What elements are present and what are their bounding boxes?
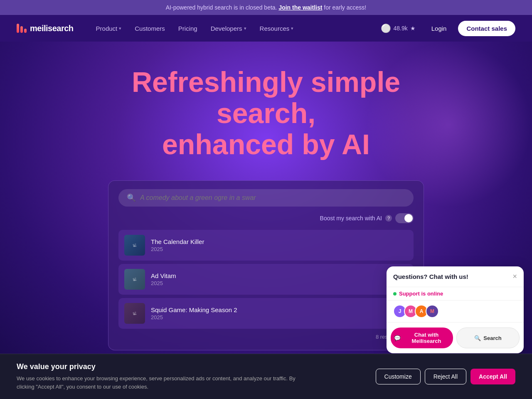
ai-toggle-row: Boost my search with AI ?: [118, 213, 414, 223]
thumb-placeholder-1: 📽: [133, 243, 137, 248]
logo[interactable]: meilisearch: [17, 24, 74, 33]
result-title-2: Ad Vitam: [151, 272, 408, 279]
accept-all-button[interactable]: Accept All: [470, 369, 515, 384]
logo-text: meilisearch: [30, 24, 74, 33]
search-icon: 🔍: [127, 193, 136, 202]
search-result-3[interactable]: 📽 Squid Game: Making Season 2 2025: [118, 298, 414, 329]
result-thumb-2: 📽: [124, 269, 145, 290]
status-text: Support is online: [399, 291, 443, 297]
result-info-2: Ad Vitam 2025: [151, 272, 408, 286]
thumb-placeholder-2: 📽: [133, 277, 137, 282]
reject-all-button[interactable]: Reject All: [425, 369, 466, 384]
github-icon: ⚪: [381, 23, 391, 33]
demo-search-container: 🔍 Boost my search with AI ? 📽 The Calend…: [108, 180, 424, 350]
logo-icon: [17, 24, 27, 33]
banner-suffix: for early access!: [324, 4, 366, 11]
login-button[interactable]: Login: [425, 22, 453, 35]
chat-icon: 💬: [394, 335, 401, 341]
result-info-3: Squid Game: Making Season 2 2025: [151, 306, 408, 320]
search-input-row: 🔍: [118, 189, 414, 207]
chevron-down-icon: ▾: [291, 26, 293, 31]
chat-widget: Questions? Chat with us! × Support is on…: [387, 266, 524, 353]
contact-sales-button[interactable]: Contact sales: [458, 21, 515, 36]
cookie-banner: We value your privacy We use cookies to …: [0, 354, 532, 399]
result-year-1: 2025: [151, 246, 408, 252]
avatar-logo: M: [426, 305, 439, 318]
chat-actions: 💬 Chat with Meilisearch 🔍 Search: [387, 323, 524, 353]
nav-pricing[interactable]: Pricing: [172, 22, 203, 35]
top-banner: AI-powered hybrid search is in closed be…: [0, 0, 532, 15]
github-stars: 48.9k: [394, 25, 408, 32]
status-dot: [393, 292, 397, 296]
result-thumb-3: 📽: [124, 303, 145, 324]
github-badge[interactable]: ⚪ 48.9k ★: [377, 21, 420, 36]
chevron-down-icon: ▾: [244, 26, 246, 31]
search-result-2[interactable]: 📽 Ad Vitam 2025: [118, 264, 414, 295]
demo-search-input[interactable]: [140, 194, 405, 202]
nav-developers[interactable]: Developers ▾: [205, 22, 252, 35]
cookie-desc: We use cookies to enhance your browsing …: [17, 374, 308, 391]
banner-text: AI-powered hybrid search is in closed be…: [166, 4, 277, 11]
results-meta: 8 results in 3ms: [118, 334, 414, 340]
cookie-text-area: We value your privacy We use cookies to …: [17, 362, 308, 391]
nav-resources[interactable]: Resources ▾: [254, 22, 300, 35]
toggle-thumb: [404, 214, 413, 222]
nav-product[interactable]: Product ▾: [90, 22, 128, 35]
result-year-3: 2025: [151, 314, 408, 320]
logo-stripe-1: [17, 24, 19, 33]
star-icon: ★: [410, 25, 416, 32]
chat-title: Questions? Chat with us!: [393, 273, 468, 280]
result-title-3: Squid Game: Making Season 2: [151, 306, 408, 313]
navbar: meilisearch Product ▾ Customers Pricing …: [0, 15, 532, 42]
result-title-1: The Calendar Killer: [151, 238, 408, 245]
info-icon[interactable]: ?: [385, 215, 392, 222]
customize-button[interactable]: Customize: [376, 369, 421, 384]
ai-toggle-label: Boost my search with AI: [320, 215, 382, 222]
nav-right: ⚪ 48.9k ★ Login Contact sales: [377, 21, 516, 36]
nav-links: Product ▾ Customers Pricing Developers ▾…: [90, 22, 377, 35]
search-icon: 🔍: [474, 335, 481, 341]
result-thumb-1: 📽: [124, 235, 145, 256]
result-year-2: 2025: [151, 280, 408, 286]
chat-close-button[interactable]: ×: [512, 272, 517, 281]
chat-status-row: Support is online: [387, 287, 524, 300]
cookie-buttons: Customize Reject All Accept All: [376, 369, 515, 384]
banner-link[interactable]: Join the waitlist: [278, 4, 322, 11]
chevron-down-icon: ▾: [119, 26, 121, 31]
hero-title: Refreshingly simple search, enhanced by …: [79, 66, 453, 160]
logo-stripe-3: [24, 29, 27, 33]
cookie-title: We value your privacy: [17, 362, 308, 371]
ai-boost-toggle[interactable]: [395, 213, 414, 223]
result-info-1: The Calendar Killer 2025: [151, 238, 408, 252]
search-result-1[interactable]: 📽 The Calendar Killer 2025: [118, 230, 414, 261]
chat-search-button[interactable]: 🔍 Search: [456, 328, 520, 348]
nav-customers[interactable]: Customers: [129, 22, 171, 35]
chat-avatars: J M A M: [387, 300, 524, 323]
logo-stripe-2: [20, 26, 23, 33]
thumb-placeholder-3: 📽: [133, 311, 137, 316]
chat-header: Questions? Chat with us! ×: [387, 266, 524, 287]
chat-button[interactable]: 💬 Chat with Meilisearch: [391, 328, 453, 348]
